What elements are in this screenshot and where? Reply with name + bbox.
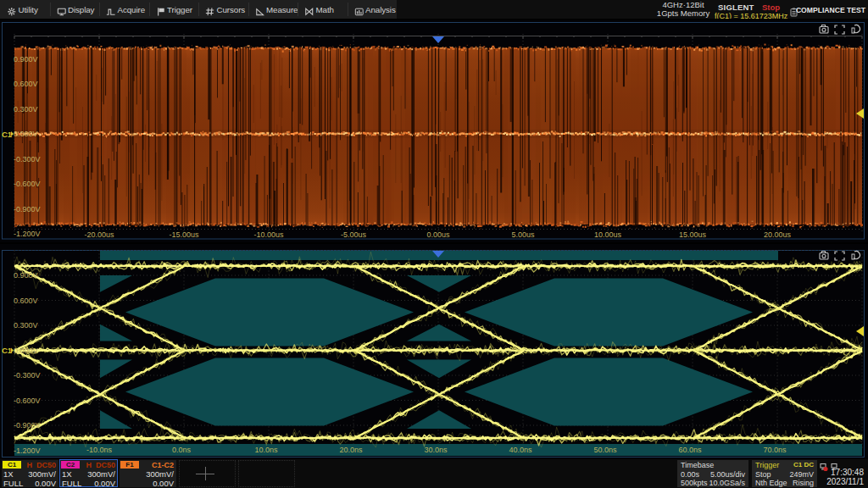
- svg-text:-0.600V: -0.600V: [14, 396, 41, 405]
- svg-text:20.0ns: 20.0ns: [339, 446, 363, 454]
- svg-text:-0.300V: -0.300V: [14, 371, 41, 380]
- svg-text:15.00us: 15.00us: [679, 230, 707, 239]
- svg-text:30.0ns: 30.0ns: [424, 446, 448, 454]
- svg-text:-20.00us: -20.00us: [84, 230, 114, 239]
- svg-text:-15.00us: -15.00us: [169, 230, 199, 239]
- svg-text:0.300V: 0.300V: [14, 321, 38, 330]
- svg-text:0.000V: 0.000V: [14, 347, 38, 355]
- svg-text:0.0ns: 0.0ns: [172, 446, 192, 454]
- svg-text:10.0ns: 10.0ns: [254, 446, 278, 454]
- svg-text:C1: C1: [2, 346, 13, 355]
- svg-text:0.900V: 0.900V: [14, 271, 38, 280]
- svg-text:-0.900V: -0.900V: [14, 421, 41, 430]
- svg-text:C1: C1: [2, 130, 13, 139]
- svg-text:0.600V: 0.600V: [14, 80, 38, 88]
- svg-text:-5.00us: -5.00us: [341, 230, 367, 239]
- svg-text:0.300V: 0.300V: [14, 105, 38, 114]
- svg-text:-1.200V: -1.200V: [14, 446, 41, 455]
- svg-text:50.0ns: 50.0ns: [593, 446, 617, 454]
- svg-text:40.0ns: 40.0ns: [509, 446, 532, 454]
- svg-text:0.900V: 0.900V: [14, 55, 38, 64]
- svg-text:-10.0ns: -10.0ns: [86, 446, 113, 454]
- svg-text:-0.900V: -0.900V: [14, 205, 41, 214]
- svg-text:70.0ns: 70.0ns: [763, 446, 787, 454]
- svg-text:20.00us: 20.00us: [764, 230, 792, 239]
- svg-text:5.00us: 5.00us: [511, 230, 535, 239]
- svg-text:0.000V: 0.000V: [14, 130, 38, 138]
- svg-text:-10.00us: -10.00us: [253, 230, 284, 239]
- svg-text:-1.200V: -1.200V: [14, 230, 41, 238]
- svg-text:0.600V: 0.600V: [14, 297, 38, 305]
- svg-text:-0.300V: -0.300V: [14, 155, 41, 164]
- svg-text:60.0ns: 60.0ns: [678, 446, 702, 454]
- svg-text:0.00us: 0.00us: [426, 230, 450, 239]
- svg-text:-0.600V: -0.600V: [14, 180, 41, 188]
- svg-text:10.00us: 10.00us: [594, 230, 622, 239]
